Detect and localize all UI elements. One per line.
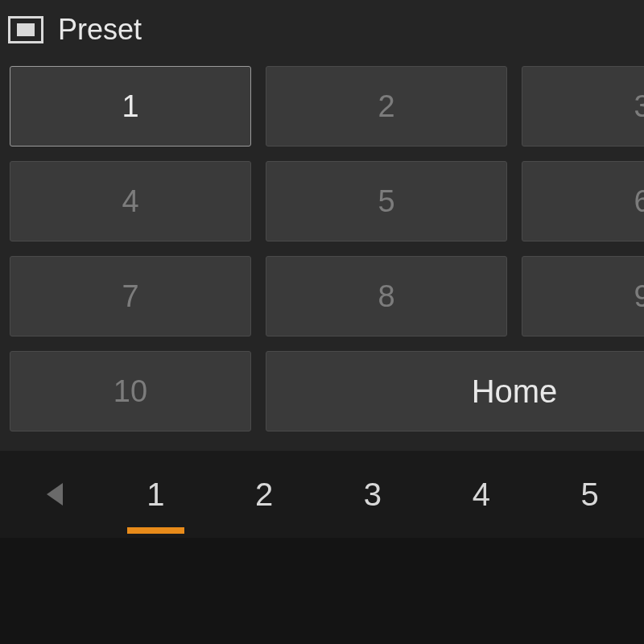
preset-button-7[interactable]: 7: [10, 256, 251, 336]
preset-button-1[interactable]: 1: [10, 66, 251, 147]
preset-button-2[interactable]: 2: [266, 66, 507, 147]
preset-panel: Preset 1 2 3 4 5 6 7 8 9 10 Home 1 2 3 4…: [0, 0, 644, 644]
preset-button-8[interactable]: 8: [266, 256, 507, 336]
preset-button-9[interactable]: 9: [522, 256, 644, 336]
page-1[interactable]: 1: [101, 459, 210, 530]
preset-button-4[interactable]: 4: [10, 161, 251, 242]
page-2[interactable]: 2: [210, 459, 319, 530]
preset-button-10[interactable]: 10: [10, 351, 251, 431]
bottom-bar: [0, 538, 644, 644]
page-prev-icon[interactable]: [47, 483, 63, 506]
preset-grid: 1 2 3 4 5 6 7 8 9 10 Home: [0, 66, 644, 431]
preset-icon: [8, 16, 43, 43]
page-4[interactable]: 4: [427, 459, 535, 530]
preset-button-3[interactable]: 3: [522, 66, 644, 147]
home-button[interactable]: Home: [266, 351, 644, 431]
panel-header: Preset: [0, 0, 644, 66]
preset-button-5[interactable]: 5: [266, 161, 507, 242]
page-3[interactable]: 3: [319, 459, 427, 530]
panel-title: Preset: [58, 13, 142, 47]
page-selector: 1 2 3 4 5: [0, 451, 644, 538]
preset-button-6[interactable]: 6: [522, 161, 644, 242]
page-5[interactable]: 5: [535, 459, 644, 530]
